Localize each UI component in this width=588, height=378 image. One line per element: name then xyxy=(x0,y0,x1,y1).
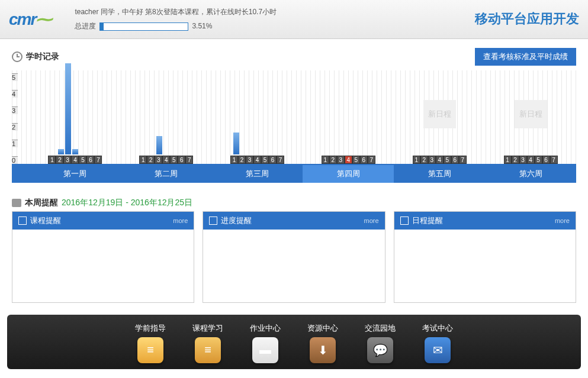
nav-item[interactable]: 资源中心 ⬇ xyxy=(307,323,338,363)
bar xyxy=(72,149,78,154)
day-label[interactable]: 6 xyxy=(269,156,277,164)
reminder-dates: 2016年12月19日 - 2016年12月25日 xyxy=(62,198,192,208)
day-label[interactable]: 2 xyxy=(512,156,519,164)
day-label[interactable]: 6 xyxy=(86,156,94,164)
week-group: 1234567 xyxy=(303,70,394,164)
day-label[interactable]: 7 xyxy=(368,156,375,164)
day-label[interactable]: 4 xyxy=(71,156,79,164)
week-tab[interactable]: 第六周 xyxy=(485,165,576,183)
week-tabs: 第一周第二周第三周第四周第五周第六周 xyxy=(12,165,576,183)
day-label[interactable]: 1 xyxy=(413,156,420,164)
day-label[interactable]: 4 xyxy=(253,156,261,164)
y-tick: 1 xyxy=(12,140,18,147)
day-label[interactable]: 2 xyxy=(238,156,246,164)
day-label[interactable]: 3 xyxy=(155,156,162,164)
day-label[interactable]: 7 xyxy=(459,156,467,164)
day-label[interactable]: 6 xyxy=(451,156,459,164)
y-tick: 4 xyxy=(12,90,18,98)
day-label[interactable]: 7 xyxy=(94,156,102,164)
day-label[interactable]: 4 xyxy=(345,156,352,164)
nav-item[interactable]: 考试中心 ✉ xyxy=(422,323,453,363)
day-label[interactable]: 2 xyxy=(329,156,337,164)
week-tab[interactable]: 第二周 xyxy=(121,165,212,183)
greeting-text: teacher 同学，中午好 第8次登陆本课程，累计在线时长10.7小时 xyxy=(75,6,475,18)
card-header: 进度提醒 more xyxy=(203,212,384,230)
card-more-link[interactable]: more xyxy=(364,217,379,224)
day-label[interactable]: 7 xyxy=(550,156,558,164)
y-tick: 5 xyxy=(12,73,18,81)
header-info: teacher 同学，中午好 第8次登陆本课程，累计在线时长10.7小时 总进度… xyxy=(75,6,475,33)
bar xyxy=(233,133,239,154)
day-label[interactable]: 7 xyxy=(277,156,284,164)
card-more-link[interactable]: more xyxy=(555,217,570,224)
nav-label: 学前指导 xyxy=(135,323,166,334)
footer-nav: 学前指导 ≡课程学习 ≡作业中心 ▬资源中心 ⬇交流园地 💬考试中心 ✉ xyxy=(7,315,581,369)
day-label[interactable]: 2 xyxy=(420,156,428,164)
card-header-left: 课程提醒 xyxy=(18,215,61,226)
chart-section: 学时记录 查看考核标准及平时成绩 01234512345671234567123… xyxy=(0,39,588,192)
day-label[interactable]: 6 xyxy=(542,156,550,164)
bar xyxy=(65,63,71,154)
day-label[interactable]: 5 xyxy=(170,156,178,164)
card-more-link[interactable]: more xyxy=(173,217,188,224)
reminder-title: 本周提醒 xyxy=(25,198,58,208)
day-label[interactable]: 1 xyxy=(48,156,56,164)
week-tab[interactable]: 第三周 xyxy=(212,165,303,183)
card-icon xyxy=(209,217,217,225)
card-title: 课程提醒 xyxy=(30,215,61,226)
reminder-card: 进度提醒 more xyxy=(203,211,385,303)
speech-icon xyxy=(12,199,21,207)
card-header: 日程提醒 more xyxy=(394,212,576,230)
nav-item[interactable]: 交流园地 💬 xyxy=(365,323,396,363)
day-label[interactable]: 1 xyxy=(139,156,147,164)
chart: 0123451234567123456712345671234567新日程123… xyxy=(12,70,576,165)
day-label[interactable]: 5 xyxy=(352,156,360,164)
day-label[interactable]: 4 xyxy=(162,156,170,164)
day-label[interactable]: 3 xyxy=(337,156,345,164)
day-label[interactable]: 5 xyxy=(261,156,269,164)
day-label[interactable]: 3 xyxy=(428,156,436,164)
day-label[interactable]: 1 xyxy=(322,156,329,164)
day-label[interactable]: 1 xyxy=(230,156,238,164)
week-group: 1234567 xyxy=(30,70,121,164)
card-header: 课程提醒 more xyxy=(12,212,194,230)
bar xyxy=(58,149,64,154)
bars xyxy=(142,72,191,154)
nav-item[interactable]: 学前指导 ≡ xyxy=(135,323,166,363)
day-label[interactable]: 6 xyxy=(178,156,185,164)
view-grades-button[interactable]: 查看考核标准及平时成绩 xyxy=(475,48,576,66)
day-labels: 1234567 xyxy=(48,156,102,164)
reminder-card: 日程提醒 more xyxy=(394,211,576,303)
day-label[interactable]: 5 xyxy=(535,156,542,164)
day-label[interactable]: 3 xyxy=(519,156,527,164)
week-tab[interactable]: 第一周 xyxy=(30,165,121,183)
week-tab[interactable]: 第五周 xyxy=(394,165,485,183)
bars xyxy=(324,72,372,154)
day-label[interactable]: 7 xyxy=(185,156,193,164)
week-tab[interactable]: 第四周 xyxy=(303,165,394,183)
reminder-card: 课程提醒 more xyxy=(12,211,194,303)
day-label[interactable]: 3 xyxy=(246,156,253,164)
card-icon xyxy=(400,217,409,225)
nav-item[interactable]: 作业中心 ▬ xyxy=(250,323,281,363)
new-schedule-placeholder[interactable]: 新日程 xyxy=(515,100,547,128)
new-schedule-placeholder[interactable]: 新日程 xyxy=(423,100,456,128)
day-label[interactable]: 2 xyxy=(147,156,155,164)
day-label[interactable]: 1 xyxy=(504,156,512,164)
logo: cmr⁓ xyxy=(9,9,51,29)
card-header-left: 进度提醒 xyxy=(209,215,252,226)
day-label[interactable]: 6 xyxy=(360,156,368,164)
nav-label: 考试中心 xyxy=(422,323,453,334)
day-label[interactable]: 3 xyxy=(63,156,71,164)
day-label[interactable]: 2 xyxy=(56,156,63,164)
reminder-header: 本周提醒 2016年12月19日 - 2016年12月25日 xyxy=(0,192,588,211)
day-label[interactable]: 4 xyxy=(436,156,444,164)
day-label[interactable]: 4 xyxy=(527,156,535,164)
progress-bar xyxy=(99,22,188,31)
nav-icon: ▬ xyxy=(252,337,278,363)
header: cmr⁓ teacher 同学，中午好 第8次登陆本课程，累计在线时长10.7小… xyxy=(0,0,588,39)
day-label[interactable]: 5 xyxy=(79,156,86,164)
nav-item[interactable]: 课程学习 ≡ xyxy=(192,323,223,363)
day-label[interactable]: 5 xyxy=(444,156,451,164)
progress-label: 总进度 xyxy=(75,20,96,32)
